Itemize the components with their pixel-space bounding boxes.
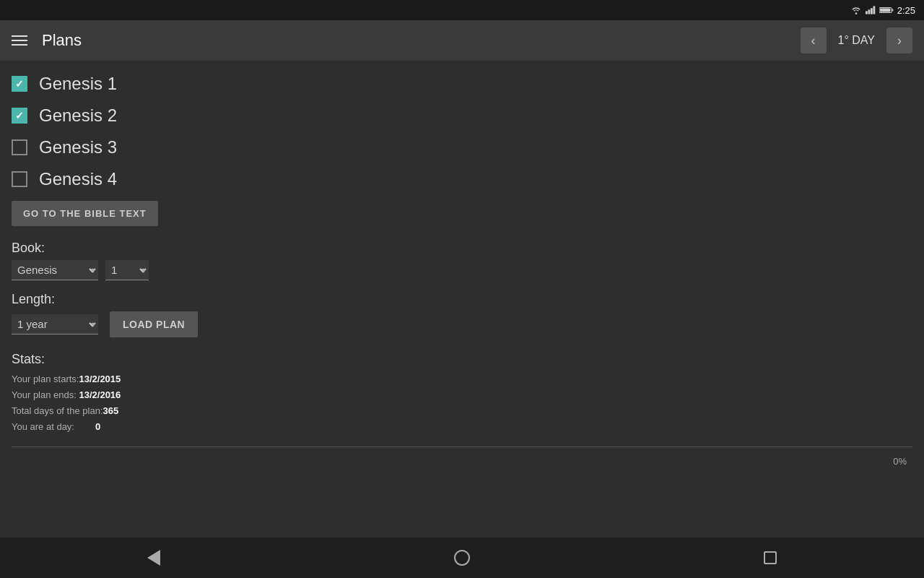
menu-icon[interactable] [12, 35, 27, 46]
reading-item: Genesis 3 [12, 131, 912, 163]
toolbar-left: Plans [12, 31, 82, 50]
reading-checkbox[interactable] [12, 171, 27, 187]
signal-icon [866, 6, 876, 14]
stats-end-value: 13/2/2016 [79, 389, 121, 400]
stats-day-label: You are at day: [12, 421, 74, 432]
svg-rect-1 [868, 9, 870, 14]
book-row: GenesisExodusLeviticusNumbers 12345 [12, 260, 912, 280]
status-time: 2:25 [897, 5, 915, 16]
stats-section: Stats: Your plan starts:13/2/2015 Your p… [12, 352, 912, 435]
stats-day-value: 0 [95, 421, 100, 432]
home-icon [454, 550, 470, 566]
recent-apps-button[interactable] [749, 538, 792, 578]
length-section-label: Length: [12, 292, 912, 307]
svg-rect-5 [892, 9, 893, 12]
book-dropdown-wrapper[interactable]: GenesisExodusLeviticusNumbers [12, 260, 98, 280]
book-section-label: Book: [12, 241, 912, 256]
svg-rect-0 [866, 11, 868, 14]
toolbar-right: ‹ 1° DAY › [801, 27, 912, 53]
stats-start: Your plan starts:13/2/2015 [12, 371, 912, 387]
go-to-bible-text-button[interactable]: GO TO THE BIBLE TEXT [12, 201, 158, 226]
toolbar: Plans ‹ 1° DAY › [0, 20, 924, 61]
load-plan-button[interactable]: LOAD PLAN [110, 311, 198, 337]
wifi-icon [850, 6, 862, 14]
book-dropdown[interactable]: GenesisExodusLeviticusNumbers [12, 260, 98, 280]
stats-total-value: 365 [103, 405, 118, 416]
bottom-nav [0, 538, 924, 578]
status-icons: 2:25 [850, 5, 915, 16]
battery-icon [879, 6, 894, 14]
recent-apps-icon [764, 551, 777, 564]
length-row: 1 year6 months3 months LOAD PLAN [12, 311, 912, 337]
back-icon [147, 550, 160, 566]
reading-item: Genesis 4 [12, 163, 912, 195]
chapter-dropdown[interactable]: 12345 [105, 260, 149, 280]
chapter-dropdown-wrapper[interactable]: 12345 [105, 260, 149, 280]
book-section: Book: GenesisExodusLeviticusNumbers 1234… [12, 241, 912, 280]
reading-label: Genesis 4 [39, 169, 117, 189]
day-label: 1° DAY [832, 34, 881, 47]
prev-day-button[interactable]: ‹ [801, 27, 827, 53]
reading-checkbox[interactable] [12, 139, 27, 155]
progress-area: 0% [12, 453, 912, 470]
stats-total-label: Total days of the plan: [12, 405, 103, 416]
reading-item: Genesis 2 [12, 100, 912, 131]
svg-rect-2 [871, 8, 873, 14]
reading-list: Genesis 1Genesis 2Genesis 3Genesis 4 [12, 68, 912, 195]
stats-day: You are at day: 0 [12, 419, 912, 435]
reading-item: Genesis 1 [12, 68, 912, 100]
svg-rect-6 [880, 9, 890, 12]
stats-total: Total days of the plan:365 [12, 403, 912, 419]
reading-checkbox[interactable] [12, 108, 27, 124]
stats-end-label: Your plan ends: [12, 389, 77, 400]
stats-start-label: Your plan starts: [12, 374, 79, 384]
divider [12, 447, 912, 447]
back-button[interactable] [132, 538, 175, 578]
reading-label: Genesis 3 [39, 137, 117, 158]
toolbar-title: Plans [42, 31, 82, 50]
progress-percent: 0% [893, 456, 907, 467]
stats-label: Stats: [12, 352, 912, 367]
reading-label: Genesis 2 [39, 105, 117, 126]
status-bar: 2:25 [0, 0, 924, 20]
next-day-button[interactable]: › [886, 27, 912, 53]
stats-end: Your plan ends: 13/2/2016 [12, 387, 912, 403]
length-dropdown-wrapper[interactable]: 1 year6 months3 months [12, 314, 98, 335]
reading-checkbox[interactable] [12, 76, 27, 92]
length-dropdown[interactable]: 1 year6 months3 months [12, 314, 98, 335]
main-content: Genesis 1Genesis 2Genesis 3Genesis 4 GO … [0, 61, 924, 477]
svg-rect-3 [873, 6, 875, 14]
home-button[interactable] [440, 538, 484, 578]
length-section: Length: 1 year6 months3 months LOAD PLAN [12, 292, 912, 337]
reading-label: Genesis 1 [39, 74, 117, 94]
stats-start-value: 13/2/2015 [79, 374, 121, 384]
